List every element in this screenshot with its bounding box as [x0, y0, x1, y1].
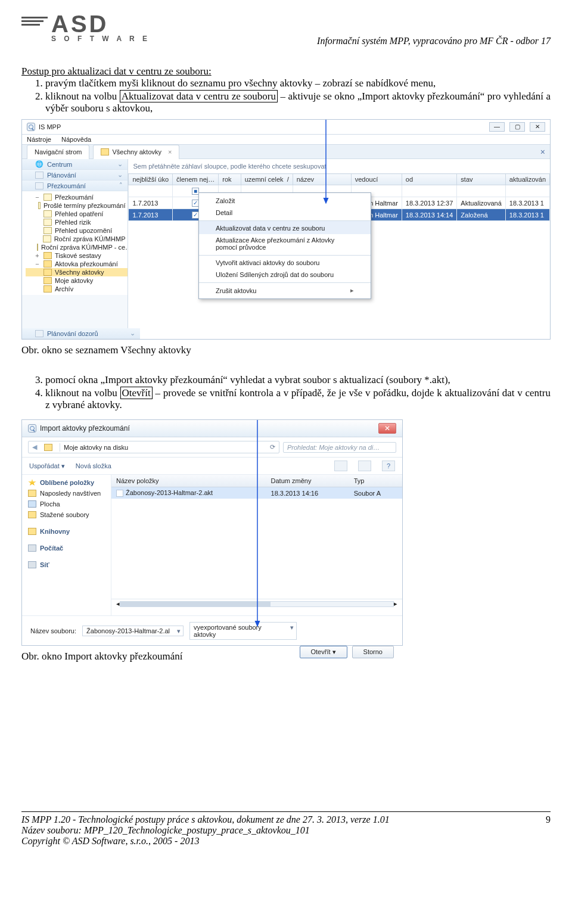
places-desktop[interactable]: Plocha: [22, 499, 111, 509]
library-icon: [28, 528, 36, 535]
col-header[interactable]: od: [402, 174, 457, 185]
tab-navtree[interactable]: Navigační strom: [27, 145, 89, 159]
folder-icon: [43, 252, 52, 259]
desktop-icon: [28, 500, 36, 508]
view-mode-button[interactable]: [334, 461, 347, 471]
col-header[interactable]: nejbližší úko: [129, 174, 173, 185]
nav-group-prezkoumani[interactable]: Přezkoumání˄: [22, 181, 128, 191]
col-header[interactable]: název: [293, 174, 351, 185]
places-downloads[interactable]: Stažené soubory: [22, 509, 111, 520]
tree-item[interactable]: Moje aktovky: [55, 277, 93, 284]
col-header[interactable]: Název položky: [111, 475, 266, 487]
doc-icon: [38, 202, 41, 209]
logo-bars-icon: [21, 17, 48, 26]
panel-close-icon[interactable]: ×: [540, 147, 545, 157]
steps-list-1: pravým tlačítkem myši kliknout do seznam…: [45, 77, 551, 114]
refresh-icon[interactable]: ⟳: [270, 443, 275, 451]
tree-item[interactable]: Roční zpráva KÚ/MHMP: [54, 235, 126, 242]
col-header[interactable]: vedoucí: [351, 174, 402, 185]
nav-group-planovani[interactable]: Plánování⌄: [22, 170, 128, 181]
close-button[interactable]: ✕: [378, 423, 396, 434]
maximize-button[interactable]: ▢: [509, 122, 525, 132]
filename-combo[interactable]: Žabonosy-2013-Haltmar-2.al: [82, 626, 184, 636]
menu-help[interactable]: Nápověda: [61, 136, 91, 143]
col-header: uzemní celek /: [241, 174, 293, 185]
col-header[interactable]: členem nej…: [173, 174, 219, 185]
doc-icon: [37, 244, 38, 251]
col-header[interactable]: stav: [457, 174, 506, 185]
tool-organize[interactable]: Uspořádat ▾: [29, 462, 65, 470]
hscrollbar[interactable]: ◂▸: [111, 599, 402, 608]
col-header[interactable]: rok: [219, 174, 241, 185]
tree-item[interactable]: Přezkoumání: [55, 194, 94, 201]
col-header[interactable]: Typ: [349, 475, 402, 487]
tree-item[interactable]: Přehled upozornění: [55, 227, 112, 234]
folder-icon: [44, 444, 52, 451]
tree-item[interactable]: Roční zpráva KÚ/MHMP - ce…: [41, 244, 128, 251]
context-menu: Založit Detail Aktualizovat data v centr…: [198, 192, 371, 299]
folder-icon: [101, 148, 109, 155]
tree-item[interactable]: Tiskové sestavy: [55, 252, 101, 259]
places-network[interactable]: Síť: [22, 559, 111, 570]
tree-item-selected[interactable]: Všechny aktovky: [55, 269, 104, 276]
computer-icon: [28, 545, 36, 552]
folder-icon: [43, 285, 52, 293]
help-button[interactable]: ?: [382, 461, 395, 471]
ctx-aktualizace-pruvodce[interactable]: Aktualizace Akce přezkoumání z Aktovky p…: [199, 234, 371, 253]
col-header[interactable]: Datum změny: [266, 475, 349, 487]
tree-item[interactable]: Přehled rizik: [55, 219, 91, 226]
doc-icon: [43, 219, 52, 226]
tree-item[interactable]: Aktovka přezkoumání: [55, 260, 118, 267]
places-recent[interactable]: Naposledy navštíven: [22, 488, 111, 499]
close-button[interactable]: ✕: [530, 122, 545, 132]
doc-icon: [43, 194, 52, 201]
breadcrumb[interactable]: ◀ Moje aktovky na disku ⟳: [28, 441, 279, 453]
tab-all-aktovky[interactable]: Všechny aktovky ×: [93, 145, 179, 159]
tool-newfolder[interactable]: Nová složka: [76, 462, 111, 469]
places-libraries[interactable]: Knihovny: [22, 526, 111, 537]
doc-icon: [35, 182, 43, 189]
places-favorites[interactable]: Oblíbené položky: [22, 477, 111, 488]
search-input[interactable]: Prohledat: Moje aktovky na di…: [283, 442, 396, 453]
tree-item[interactable]: Prošlé termíny přezkoumání: [43, 202, 126, 209]
folder-icon: [28, 511, 36, 518]
filter-combo[interactable]: vyexportované soubory aktovky: [189, 622, 297, 640]
ctx-vytvorit-aktivaci[interactable]: Vytvořit aktivaci aktovky do souboru: [199, 255, 371, 269]
back-icon[interactable]: ◀: [32, 443, 37, 451]
menu-tools[interactable]: Nástroje: [27, 136, 51, 143]
file-row-selected[interactable]: Žabonosy-2013-Haltmar-2.akt 18.3.2013 14…: [111, 487, 402, 499]
filename-label: Název souboru:: [30, 627, 76, 634]
group-by-bar[interactable]: Sem přetáhněte záhlaví sloupce, podle kt…: [128, 159, 550, 173]
tree-item[interactable]: Archív: [55, 285, 73, 293]
ctx-ulozeni-sdilenych[interactable]: Uložení Sdílených zdrojů dat do souboru: [199, 269, 371, 281]
ctx-detail[interactable]: Detail: [199, 207, 371, 219]
ctx-zrusit-aktovku[interactable]: Zrušit aktovku▸: [199, 282, 371, 297]
doc-icon: [43, 210, 52, 217]
app-icon: [27, 123, 35, 131]
places-computer[interactable]: Počítač: [22, 543, 111, 553]
ctx-aktualizovat-centru[interactable]: Aktualizovat data v centru ze souboru: [199, 220, 371, 234]
step-2: kliknout na volbu Aktualizovat data v ce…: [45, 91, 551, 114]
menubar: Nástroje Nápověda: [22, 135, 550, 145]
nav-group-centrum[interactable]: 🌐Centrum⌄: [22, 159, 128, 170]
ctx-zalozit[interactable]: Založit: [199, 195, 371, 207]
step-3: pomocí okna „Import aktovky přezkoumání“…: [45, 374, 551, 386]
boxed-command: Otevřít: [120, 387, 153, 399]
tree-item[interactable]: Přehled opatření: [55, 210, 103, 217]
tab-close-icon[interactable]: ×: [168, 148, 172, 155]
page-number: 9: [546, 814, 551, 847]
minimize-button[interactable]: —: [489, 122, 505, 132]
logo-subtext: S O F T W A R E: [51, 35, 150, 43]
network-icon: [28, 561, 36, 568]
star-icon: [28, 479, 36, 486]
col-header[interactable]: aktualizován: [505, 174, 549, 185]
cancel-button[interactable]: Storno: [352, 646, 394, 658]
doc-icon: [43, 227, 52, 234]
view-options-button[interactable]: [358, 461, 371, 471]
file-icon: [116, 490, 123, 497]
open-button[interactable]: Otevřít ▾: [300, 646, 347, 658]
file-list[interactable]: Název položkyDatum změnyTyp Žabonosy-201…: [111, 475, 402, 615]
submenu-arrow-icon: ▸: [350, 287, 354, 294]
footer-line1: IS MPP 1.20 - Technologické postupy prác…: [21, 814, 390, 825]
page-footer: IS MPP 1.20 - Technologické postupy prác…: [21, 811, 551, 847]
